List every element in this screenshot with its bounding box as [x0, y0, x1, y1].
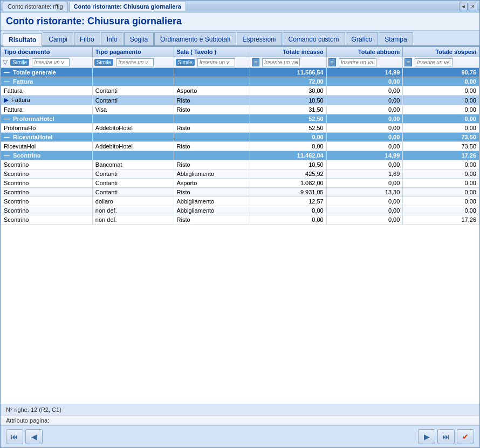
data-table: Tipo documento Tipo pagamento Sala ( Tav… [1, 46, 479, 225]
rows-info: N° righe: 12 (R2, C1) [6, 406, 61, 413]
tab-campi[interactable]: Campi [43, 32, 73, 45]
cell-tipo-pag: Contanti [92, 169, 174, 179]
filter-cell-3: Simile [174, 57, 250, 68]
table-row[interactable]: RicevutaHolAddebitoHotelRisto0,000,0073,… [1, 142, 479, 151]
cell-tipo-doc: Scontrino [1, 188, 93, 197]
cell-totale-sos: 73,50 [403, 142, 479, 151]
minimize-button[interactable]: ◄ [459, 3, 468, 10]
table-row[interactable]: Scontrinonon def.Risto0,000,0017,26 [1, 215, 479, 225]
table-row[interactable]: ScontrinodollaroAbbigliamento12,570,000,… [1, 197, 479, 206]
cell-totale-abb: 0,00 [326, 215, 403, 225]
filter-input-1[interactable] [32, 58, 70, 66]
tab-ordinamento[interactable]: Ordinamento e Subtotali [154, 32, 236, 45]
cell-totale-abb: 13,30 [326, 188, 403, 197]
attr-bar: Attributo pagina: [1, 415, 479, 425]
cell-tipo-doc: — Scontrino [1, 151, 93, 160]
nav-prev-button[interactable]: ◀ [25, 429, 43, 444]
table-row[interactable]: ProformaHoAddebitoHotelRisto52,500,000,0… [1, 124, 479, 133]
expand-icon[interactable]: — [4, 152, 11, 159]
cell-tipo-doc: — Totale generale [1, 68, 93, 77]
filter-input-5[interactable] [339, 58, 376, 66]
filter-badge-1[interactable]: Simile [10, 59, 29, 66]
tab-risultato[interactable]: Risultato [3, 33, 42, 46]
table-row[interactable]: — Fattura72,000,000,00 [1, 77, 479, 86]
nav-confirm-button[interactable]: ✔ [457, 429, 474, 444]
cell-sala: Asporto [174, 86, 250, 96]
filter-cell-2: Simile [92, 57, 174, 68]
filter-cell-6: = [403, 57, 479, 68]
expand-icon[interactable]: — [4, 116, 11, 122]
cell-totale-abb: 0,00 [326, 133, 403, 142]
close-button[interactable]: ✕ [469, 3, 477, 10]
nav-last-button[interactable]: ⏭ [437, 429, 455, 444]
table-row[interactable]: Scontrinonon def.Abbigliamento0,000,000,… [1, 206, 479, 215]
cell-totale-inc: 10,50 [250, 160, 327, 169]
expand-icon[interactable]: — [4, 69, 11, 76]
cell-totale-sos: 0,00 [403, 86, 479, 96]
cell-tipo-pag: Contanti [92, 86, 174, 96]
cell-totale-sos: 0,00 [403, 197, 479, 206]
cell-totale-sos: 17,26 [403, 215, 479, 225]
cell-totale-abb: 0,00 [326, 124, 403, 133]
table-row[interactable]: FatturaContantiAsporto30,000,000,00 [1, 86, 479, 96]
cell-totale-sos: 73,50 [403, 133, 479, 142]
tab-info[interactable]: Info [101, 32, 124, 45]
tab-grafico[interactable]: Grafico [346, 32, 379, 45]
table-container[interactable]: Tipo documento Tipo pagamento Sala ( Tav… [1, 46, 479, 404]
expand-icon[interactable]: ▶ [4, 97, 10, 103]
filter-badge-3[interactable]: Simile [176, 59, 195, 66]
filter-eq-4[interactable]: = [252, 58, 259, 66]
expand-icon[interactable]: — [4, 78, 11, 85]
nav-bar: ⏮ ◀ ▶ ⏭ ✔ [1, 425, 479, 447]
table-row[interactable]: FatturaVisaRisto31,500,000,00 [1, 105, 479, 114]
table-row[interactable]: ScontrinoContantiRisto9.931,0513,300,00 [1, 188, 479, 197]
expand-icon[interactable]: — [4, 134, 11, 140]
table-row[interactable]: ScontrinoContantiAsporto1.082,000,000,00 [1, 179, 479, 188]
cell-totale-sos: 0,00 [403, 206, 479, 215]
cell-sala [174, 68, 250, 77]
table-row[interactable]: — Scontrino11.462,0414,9917,26 [1, 151, 479, 160]
filter-eq-5[interactable]: = [328, 58, 336, 66]
filter-input-4[interactable] [262, 58, 300, 66]
filter-eq-6[interactable]: = [404, 58, 412, 66]
cell-totale-inc: 52,50 [250, 124, 327, 133]
table-row[interactable]: — ProformaHotel52,500,000,00 [1, 114, 479, 124]
tab-inactive[interactable]: Conto ristorante: rffig [3, 2, 68, 11]
tab-espressioni[interactable]: Espressioni [237, 32, 282, 45]
cell-totale-abb: 0,00 [326, 142, 403, 151]
col-header-tipo-doc: Tipo documento [1, 47, 93, 57]
filter-input-2[interactable] [116, 58, 154, 66]
tab-filtro[interactable]: Filtro [74, 32, 100, 45]
table-row[interactable]: ▶ FatturaContantiRisto10,500,000,00 [1, 96, 479, 105]
table-row[interactable]: ScontrinoBancomatRisto10,500,000,00 [1, 160, 479, 169]
filter-icon-1: ▽ [3, 58, 8, 66]
tab-active[interactable]: Conto ristorante: Chiusura giornaliera [69, 2, 186, 11]
cell-totale-inc: 11.586,54 [250, 68, 327, 77]
cell-totale-sos: 0,00 [403, 96, 479, 105]
filter-input-3[interactable] [197, 58, 235, 66]
header-row: Tipo documento Tipo pagamento Sala ( Tav… [1, 47, 479, 57]
cell-totale-inc: 11.462,04 [250, 151, 327, 160]
cell-totale-inc: 72,00 [250, 77, 327, 86]
filter-badge-2[interactable]: Simile [94, 59, 113, 66]
tab-stampa[interactable]: Stampa [379, 32, 413, 45]
table-row[interactable]: — RicevutaHotel0,000,0073,50 [1, 133, 479, 142]
cell-totale-sos: 0,00 [403, 188, 479, 197]
cell-totale-inc: 0,00 [250, 133, 327, 142]
tab-comando[interactable]: Comando custom [283, 32, 345, 45]
filter-input-6[interactable] [415, 58, 452, 66]
filter-cell-1: ▽ Simile [1, 57, 93, 68]
cell-totale-abb: 14,99 [326, 68, 403, 77]
nav-next-button[interactable]: ▶ [418, 429, 435, 444]
table-row[interactable]: ScontrinoContantiAbbigliamento425,921,69… [1, 169, 479, 179]
cell-tipo-doc: Scontrino [1, 197, 93, 206]
nav-first-button[interactable]: ⏮ [6, 429, 23, 444]
tab-soglia[interactable]: Soglia [124, 32, 154, 45]
cell-totale-inc: 30,00 [250, 86, 327, 96]
cell-sala: Abbigliamento [174, 206, 250, 215]
table-row[interactable]: — Totale generale11.586,5414,9990,76 [1, 68, 479, 77]
filter-row: ▽ Simile Simile Simile [1, 57, 479, 68]
cell-totale-inc: 12,57 [250, 197, 327, 206]
cell-tipo-doc: Fattura [1, 105, 93, 114]
cell-sala [174, 114, 250, 124]
